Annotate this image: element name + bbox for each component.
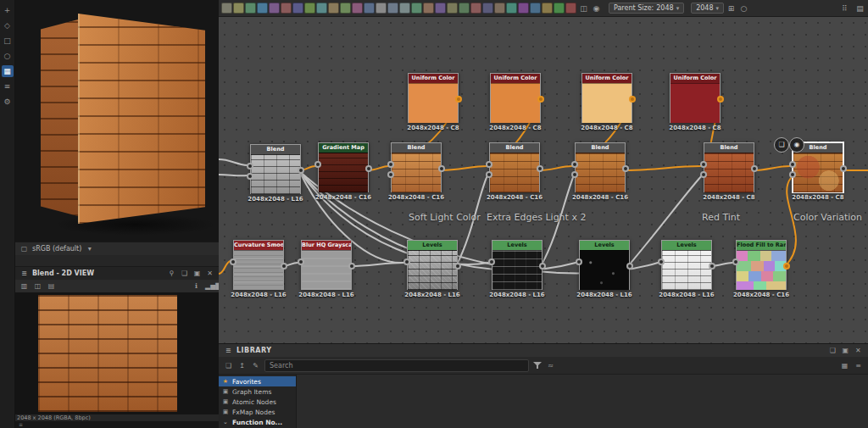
output-port[interactable] — [539, 263, 546, 270]
node-shortcut-icon[interactable] — [340, 3, 351, 14]
node-preview[interactable] — [490, 153, 539, 192]
select-icon[interactable]: + — [2, 4, 14, 16]
node[interactable]: Levels 2048x2048 - L16 — [492, 240, 542, 290]
frame-icon[interactable]: □ — [2, 35, 14, 47]
view2d-canvas[interactable] — [15, 292, 219, 414]
node-shortcut-icon[interactable] — [399, 3, 410, 14]
viewport-3d[interactable] — [15, 0, 219, 242]
display-icon[interactable]: ▦ — [2, 65, 14, 77]
node-shortcut-icon[interactable] — [316, 3, 327, 14]
node-preview[interactable] — [582, 83, 632, 123]
node[interactable]: Levels 2048x2048 - L16 — [407, 240, 458, 290]
input-port[interactable] — [658, 258, 665, 265]
output-port[interactable] — [626, 263, 633, 270]
node-preview[interactable] — [704, 153, 754, 192]
node[interactable]: Blend 2048x2048 - C8 — [704, 142, 754, 192]
output-port[interactable] — [365, 165, 372, 172]
graph-comment[interactable]: Red Tint — [702, 212, 740, 223]
info-icon[interactable]: ℹ — [192, 282, 201, 290]
node-preview[interactable] — [491, 83, 540, 123]
chevron-down-icon[interactable]: ▾ — [85, 245, 94, 253]
node[interactable]: Blend 2048x2048 - L16 — [250, 144, 301, 194]
snap-grid-icon[interactable]: ⊞ — [726, 4, 737, 13]
input-port[interactable] — [387, 161, 394, 168]
node-shortcut-icon[interactable] — [518, 3, 529, 14]
library-item-favorites[interactable]: ★ Favorites — [219, 376, 296, 386]
input-port[interactable] — [387, 171, 394, 178]
transform-icon[interactable]: ◇ — [2, 19, 14, 31]
graph-comment[interactable]: Extra Edges Light x 2 — [487, 212, 586, 223]
node-shortcut-icon[interactable] — [470, 3, 481, 14]
node-shortcut-icon[interactable] — [565, 3, 576, 14]
node-shortcut-icon[interactable] — [245, 3, 256, 14]
node-preview[interactable] — [670, 83, 720, 123]
node[interactable]: Levels 2048x2048 - L16 — [661, 240, 712, 290]
panel-layout-icon[interactable]: ▤ — [854, 4, 865, 13]
node-preview[interactable] — [793, 153, 843, 192]
node-preview[interactable] — [234, 250, 283, 290]
node-preview[interactable] — [492, 250, 542, 290]
output-port[interactable] — [622, 165, 629, 172]
output-port[interactable] — [629, 96, 636, 103]
node-preview[interactable] — [580, 250, 629, 290]
output-port[interactable] — [537, 96, 544, 103]
new-folder-icon[interactable]: ❏ — [224, 362, 233, 370]
maximize-icon[interactable]: ▣ — [192, 270, 202, 277]
input-port[interactable] — [247, 173, 253, 180]
node-shortcut-icon[interactable] — [482, 3, 493, 14]
node[interactable]: Blend 2048x2048 - C16 — [391, 142, 442, 192]
input-port[interactable] — [789, 161, 796, 168]
node[interactable]: Blend 2048x2048 - C16 — [489, 142, 540, 192]
node[interactable]: Blend 2048x2048 - C16 — [575, 142, 626, 192]
node-shortcut-icon[interactable] — [530, 3, 541, 14]
frame-tool-icon[interactable]: ◫ — [578, 4, 589, 13]
node-preview[interactable] — [392, 153, 441, 192]
settings-icon[interactable]: ⚙ — [2, 96, 14, 108]
input-port[interactable] — [700, 171, 707, 178]
node-preview[interactable] — [409, 83, 458, 123]
input-port[interactable] — [230, 258, 236, 265]
library-content[interactable] — [297, 375, 868, 428]
input-port[interactable] — [732, 258, 739, 265]
clear-filter-icon[interactable]: ≈ — [546, 362, 555, 370]
view-2d-button[interactable]: ❏ — [774, 137, 789, 153]
node-shortcut-icon[interactable] — [387, 3, 398, 14]
input-port[interactable] — [247, 163, 253, 170]
output-port[interactable] — [717, 96, 724, 103]
node[interactable]: Gradient Map 2048x2048 - C16 — [318, 142, 369, 192]
view-3d-button[interactable]: ◉ — [789, 137, 804, 153]
srgb-dropdown[interactable]: sRGB (default) — [32, 245, 81, 253]
filter-funnel-icon[interactable] — [533, 361, 542, 370]
node-preview[interactable] — [662, 250, 711, 290]
tile-icon[interactable]: ▤ — [47, 282, 56, 290]
node-shortcut-icon[interactable] — [447, 3, 458, 14]
search-input[interactable] — [264, 359, 529, 372]
close-icon[interactable]: ✕ — [205, 270, 214, 277]
node-shortcut-icon[interactable] — [233, 3, 244, 14]
output-port[interactable] — [455, 96, 462, 103]
node[interactable]: Curvature Smooth 2048x2048 - L16 — [233, 240, 284, 290]
input-port[interactable] — [403, 258, 410, 265]
graph-comment[interactable]: Color Variation — [793, 212, 862, 223]
handle-dots-icon[interactable]: ⠿ — [839, 4, 850, 13]
float-icon[interactable]: ❏ — [180, 270, 189, 277]
import-icon[interactable]: ↥ — [237, 362, 247, 370]
output-port[interactable] — [709, 263, 715, 270]
float-icon[interactable]: ❏ — [828, 347, 837, 354]
output-port[interactable] — [454, 263, 461, 270]
input-port[interactable] — [314, 161, 321, 168]
node[interactable]: Uniform Color 2048x2048 - C8 — [581, 73, 632, 123]
node-preview[interactable] — [408, 250, 457, 290]
node-shortcut-icon[interactable] — [494, 3, 505, 14]
close-icon[interactable]: ✕ — [854, 347, 863, 354]
node-shortcut-icon[interactable] — [221, 3, 232, 14]
library-item-fxmap-nodes[interactable]: ▣ FxMap Nodes — [219, 407, 296, 417]
grid-view-icon[interactable]: ▦ — [840, 362, 849, 370]
node-shortcut-icon[interactable] — [292, 3, 303, 14]
node-shortcut-icon[interactable] — [506, 3, 517, 14]
input-port[interactable] — [571, 171, 578, 178]
node-shortcut-icon[interactable] — [554, 3, 565, 14]
node[interactable]: Levels 2048x2048 - L16 — [579, 240, 630, 290]
save-icon[interactable]: ▥ — [19, 282, 29, 290]
node-shortcut-icon[interactable] — [269, 3, 280, 14]
